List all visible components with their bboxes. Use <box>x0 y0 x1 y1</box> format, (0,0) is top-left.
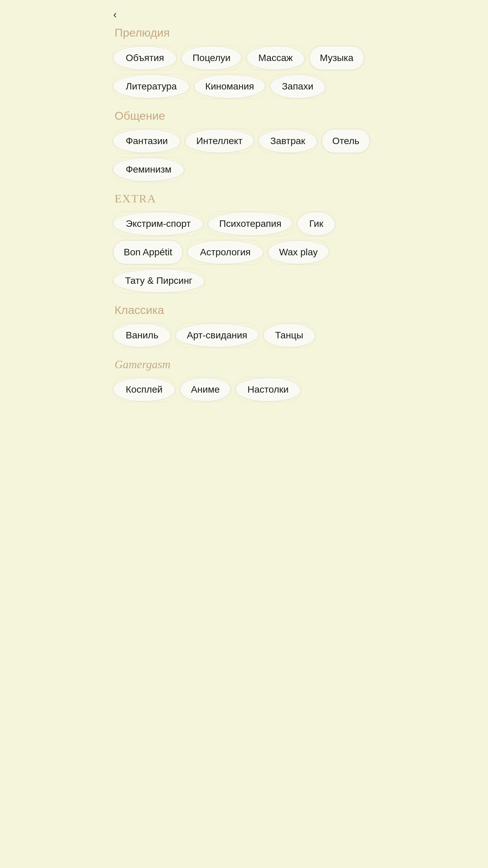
section-extra: EXTRAЭкстрим-спортПсихотерапияГикBon App… <box>113 192 375 293</box>
back-arrow-icon: ‹ <box>113 8 117 21</box>
section-title-extra: EXTRA <box>113 192 375 205</box>
tags-row-communication: ФантазииИнтеллектЗавтракОтельФеминизм <box>113 129 375 181</box>
tag-prelude-1[interactable]: Поцелуи <box>181 46 242 70</box>
tag-prelude-4[interactable]: Литература <box>113 75 189 98</box>
tag-prelude-3[interactable]: Музыка <box>309 46 364 70</box>
section-classic: КлассикаВанильАрт-свиданияТанцы <box>113 303 375 347</box>
sections-container: ПрелюдияОбъятияПоцелуиМассажМузыкаЛитера… <box>113 26 375 401</box>
tag-extra-0[interactable]: Экстрим-спорт <box>113 212 203 236</box>
section-title-gamergasm: Gamergasm <box>113 358 375 371</box>
tag-classic-0[interactable]: Ваниль <box>113 323 171 347</box>
tag-communication-2[interactable]: Завтрак <box>259 129 317 153</box>
tag-communication-1[interactable]: Интеллект <box>185 129 253 153</box>
tags-row-extra: Экстрим-спортПсихотерапияГикBon AppétitА… <box>113 212 375 293</box>
tag-gamergasm-1[interactable]: Аниме <box>180 378 231 401</box>
tag-extra-2[interactable]: Гик <box>297 212 335 236</box>
tag-prelude-6[interactable]: Запахи <box>270 75 325 98</box>
tags-row-classic: ВанильАрт-свиданияТанцы <box>113 323 375 347</box>
tag-classic-1[interactable]: Арт-свидания <box>176 323 258 347</box>
tag-extra-1[interactable]: Психотерапия <box>208 212 293 236</box>
tag-communication-0[interactable]: Фантазии <box>113 129 180 153</box>
tag-gamergasm-2[interactable]: Настолки <box>236 378 301 401</box>
section-communication: ОбщениеФантазииИнтеллектЗавтракОтельФеми… <box>113 109 375 181</box>
tag-extra-4[interactable]: Астрология <box>187 240 263 264</box>
tag-classic-2[interactable]: Танцы <box>263 323 315 347</box>
section-title-communication: Общение <box>113 109 375 122</box>
section-prelude: ПрелюдияОбъятияПоцелуиМассажМузыкаЛитера… <box>113 26 375 98</box>
tag-prelude-0[interactable]: Объятия <box>113 46 177 70</box>
tag-prelude-2[interactable]: Массаж <box>246 46 305 70</box>
section-title-classic: Классика <box>113 303 375 317</box>
tag-prelude-5[interactable]: Киномания <box>194 75 265 98</box>
section-gamergasm: GamergasmКосплейАнимеНастолки <box>113 358 375 401</box>
tag-extra-3[interactable]: Bon Appétit <box>113 240 183 264</box>
tag-extra-5[interactable]: Wax play <box>268 240 329 264</box>
back-button[interactable]: ‹ <box>113 0 375 26</box>
tag-extra-6[interactable]: Тату & Пирсинг <box>113 269 204 293</box>
tags-row-gamergasm: КосплейАнимеНастолки <box>113 378 375 401</box>
tag-gamergasm-0[interactable]: Косплей <box>113 378 175 401</box>
section-title-prelude: Прелюдия <box>113 26 375 39</box>
tag-communication-3[interactable]: Отель <box>322 129 370 153</box>
tags-row-prelude: ОбъятияПоцелуиМассажМузыкаЛитератураКино… <box>113 46 375 98</box>
tag-communication-4[interactable]: Феминизм <box>113 158 184 181</box>
